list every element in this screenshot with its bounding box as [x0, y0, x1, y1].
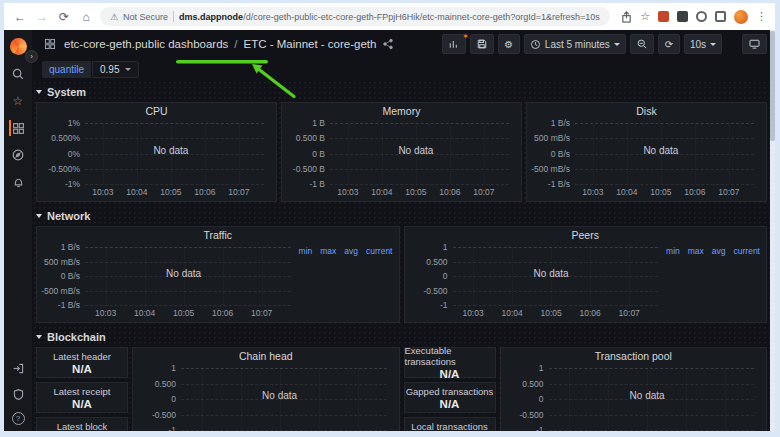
profile-avatar[interactable] — [734, 10, 748, 24]
scrollbar-thumb[interactable] — [770, 31, 775, 141]
not-secure-label: Not Secure — [123, 12, 168, 22]
row-header-system[interactable]: System — [34, 84, 767, 100]
panel-title[interactable]: Peers — [405, 227, 767, 242]
row-header-blockchain[interactable]: Blockchain — [34, 329, 767, 345]
stat-gapped-transactions: Gapped transactions N/A — [404, 382, 496, 413]
gridline-vertical — [241, 368, 242, 430]
bookmark-star-icon[interactable]: ☆ — [640, 10, 650, 23]
sidebar-expand-icon[interactable]: › — [25, 50, 38, 63]
alerting-bell-icon[interactable] — [10, 174, 26, 190]
y-axis-label: 0 — [503, 394, 544, 404]
grafana-app: ☆ ? › etc-core-geth.public dashboards / … — [4, 30, 775, 431]
y-axis-label: 1 B/s — [39, 242, 80, 252]
gridline-vertical — [627, 123, 628, 184]
grafana-logo[interactable] — [10, 38, 27, 55]
panel-title[interactable]: Chain head — [133, 348, 399, 363]
y-axis-label: 0.500 — [135, 379, 176, 389]
variable-value-dropdown[interactable]: 0.95 — [92, 61, 138, 78]
breadcrumb-folder[interactable]: etc-core-geth.public dashboards — [64, 38, 228, 50]
back-icon[interactable]: ← — [12, 10, 28, 24]
stat-latest-block: Latest block N/A — [36, 417, 128, 431]
chart-plot: 1%0.500%0%-0.500%-1%10:0310:0410:0510:06… — [85, 123, 264, 184]
browser-menu-icon[interactable]: ⋮ — [756, 10, 767, 23]
gridline-horizontal — [549, 368, 755, 369]
no-data-label: No data — [643, 145, 678, 156]
gridline-vertical — [725, 368, 726, 430]
refresh-interval-picker[interactable]: 10s — [684, 34, 722, 54]
stat-title[interactable]: Latest block — [57, 421, 108, 432]
legend-current[interactable]: current — [366, 246, 392, 256]
stat-latest-header: Latest header N/A — [36, 347, 128, 378]
time-range-picker[interactable]: Last 5 minutes — [524, 34, 626, 54]
forward-icon[interactable]: → — [34, 10, 50, 24]
panel-title[interactable]: CPU — [37, 103, 276, 118]
panel-title[interactable]: Traffic — [37, 227, 399, 242]
panel-memory: Memory 1 B0.500 B0 B-0.500 B-1 B10:0310:… — [281, 102, 522, 202]
kiosk-tv-button[interactable] — [742, 34, 767, 54]
address-bar[interactable]: ⚠ Not Secure dms.dappnode/d/core-geth-pu… — [100, 7, 610, 26]
cpu-chart: 1%0.500%0%-0.500%-1%10:0310:0410:0510:06… — [39, 118, 272, 199]
dashboards-icon[interactable] — [9, 120, 25, 136]
row-header-network[interactable]: Network — [34, 208, 767, 224]
panel-title[interactable]: Transaction pool — [501, 348, 767, 363]
no-data-label: No data — [398, 145, 433, 156]
x-axis-label: 10:05 — [173, 308, 194, 318]
gridline-horizontal — [85, 138, 264, 139]
extension-orange-icon[interactable] — [658, 11, 669, 22]
help-icon[interactable]: ? — [12, 412, 25, 425]
panel-title[interactable]: Memory — [282, 103, 521, 118]
breadcrumb-dashboard-title[interactable]: ETC - Mainnet - core-geth — [244, 38, 377, 50]
grafana-sidebar: ☆ ? — [4, 30, 32, 431]
chain-head-chart: 10.5000-0.500-110:0310:0410:0510:0610:07… — [135, 363, 395, 431]
y-axis-label: 1 — [503, 363, 544, 373]
y-axis-label: -0.500% — [39, 164, 80, 174]
no-data-label: No data — [630, 390, 665, 401]
x-axis-label: 10:03 — [582, 187, 603, 197]
y-axis-label: 0.500% — [39, 133, 80, 143]
analytics-button[interactable]: ✶ — [442, 34, 466, 54]
legend-min[interactable]: min — [666, 246, 680, 256]
legend-max[interactable]: max — [688, 246, 704, 256]
share-dashboard-icon[interactable] — [382, 38, 394, 50]
server-admin-shield-icon[interactable] — [10, 386, 26, 402]
share-icon[interactable] — [621, 11, 632, 23]
gridline-vertical — [729, 123, 730, 184]
legend-avg[interactable]: avg — [344, 246, 358, 256]
dashboard-settings-button[interactable]: ⚙ — [498, 34, 520, 54]
chart-plot: 10.5000-0.500-110:0310:0410:0510:0610:07… — [453, 247, 659, 305]
x-axis-label: 10:03 — [462, 308, 483, 318]
gridline-vertical — [512, 247, 513, 305]
explore-compass-icon[interactable] — [10, 147, 26, 163]
panel-cpu: CPU 1%0.500%0%-0.500%-1%10:0310:0410:051… — [36, 102, 277, 202]
legend-current[interactable]: current — [734, 246, 760, 256]
panel-title[interactable]: Disk — [527, 103, 766, 118]
home-icon[interactable]: ⌂ — [78, 10, 94, 24]
legend-max[interactable]: max — [320, 246, 336, 256]
zoom-out-button[interactable] — [630, 34, 654, 54]
save-dashboard-button[interactable] — [470, 34, 494, 54]
extension-circle-icon[interactable] — [696, 11, 707, 22]
extension-puzzle-icon[interactable] — [677, 11, 688, 22]
x-axis-label: 10:06 — [580, 308, 601, 318]
stat-local-transactions: Local transactions N/A — [404, 417, 496, 431]
browser-actions: ☆ ⋮ — [621, 10, 767, 24]
not-secure-warning-icon[interactable]: ⚠ — [110, 12, 118, 22]
stat-title[interactable]: Latest receipt — [53, 386, 110, 397]
y-axis-label: 0 B/s — [39, 271, 80, 281]
tab-window-icon[interactable] — [715, 11, 726, 22]
reload-icon[interactable]: ⟳ — [56, 10, 72, 24]
legend-min[interactable]: min — [299, 246, 313, 256]
page-scrollbar[interactable] — [770, 30, 775, 431]
y-axis-label: 0.500 — [503, 379, 544, 389]
starred-dashboards-icon[interactable]: ☆ — [10, 93, 26, 109]
blockchain-panels-row: Latest header N/A Latest receipt N/A Lat… — [36, 347, 767, 431]
refresh-button[interactable]: ⟳ — [658, 34, 680, 54]
stat-title[interactable]: Local transactions — [411, 421, 488, 432]
stat-title[interactable]: Latest header — [53, 351, 111, 362]
sign-in-icon[interactable] — [10, 360, 26, 376]
search-icon[interactable] — [10, 66, 26, 82]
stat-title[interactable]: Executable transactions — [405, 345, 495, 367]
legend-avg[interactable]: avg — [712, 246, 726, 256]
stat-title[interactable]: Gapped transactions — [406, 386, 494, 397]
gridline-vertical — [202, 368, 203, 430]
